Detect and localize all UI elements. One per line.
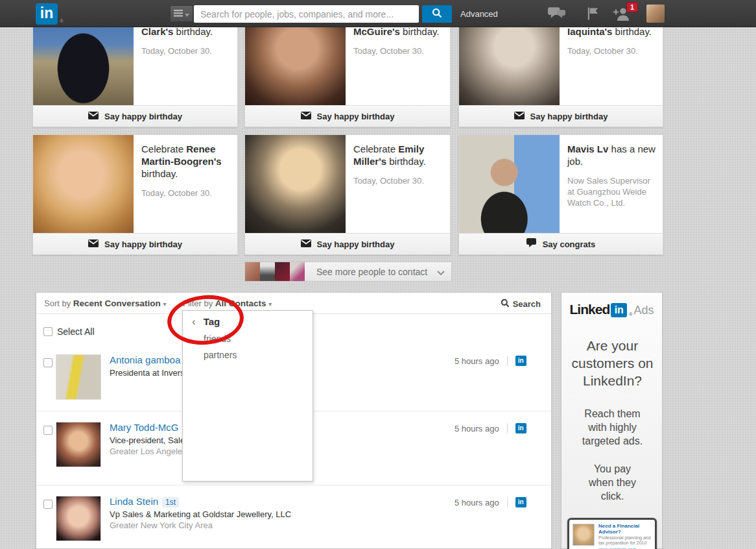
contact-photo[interactable] xyxy=(459,135,560,234)
advanced-search-link[interactable]: Advanced xyxy=(460,9,498,19)
filter-by-dropdown[interactable]: Filter by All Contacts ▾ xyxy=(183,299,272,308)
dropdown-item-partners[interactable]: partners xyxy=(204,350,237,360)
mini-avatar xyxy=(245,262,260,281)
card-message: Celebrate Renee Martin-Boogren's birthda… xyxy=(141,135,232,199)
see-more-people-bar[interactable]: See more people to contact xyxy=(244,262,452,282)
linkedin-ads-logo: Linked in ® Ads xyxy=(561,302,662,317)
search-category-dropdown[interactable] xyxy=(170,5,193,22)
envelope-icon xyxy=(514,110,525,122)
sort-by-dropdown[interactable]: Sort by Recent Conversation ▾ xyxy=(44,299,167,308)
update-card: Mavis Lv has a new job. Now Sales Superv… xyxy=(458,134,663,255)
say-happy-birthday-button[interactable]: Say happy birthday xyxy=(245,105,450,127)
top-navigation-bar: in ® Advanced 1 xyxy=(0,0,756,27)
card-date: Today, October 30. xyxy=(353,45,444,56)
divider xyxy=(507,497,508,507)
chevron-down-icon xyxy=(437,266,445,278)
chevron-left-icon: ‹ xyxy=(192,316,196,327)
linkedin-logo[interactable]: in xyxy=(36,3,58,25)
contact-photo[interactable] xyxy=(245,135,346,234)
advisor-photo xyxy=(573,524,595,546)
mini-avatars xyxy=(245,262,305,281)
registered-mark: ® xyxy=(629,312,632,317)
speech-bubble-icon xyxy=(526,238,537,250)
say-happy-birthday-button[interactable]: Say happy birthday xyxy=(245,233,450,254)
logo-ads-text: Ads xyxy=(633,304,654,317)
logo-linked-text: Linked xyxy=(570,302,610,317)
contact-timestamp: 5 hours ago xyxy=(455,356,499,366)
dropdown-item-friends[interactable]: friends xyxy=(204,334,231,344)
update-card: Celebrate Emily Miller's birthday. Today… xyxy=(244,134,451,255)
ad-body-text: You pay when they click. xyxy=(583,462,642,503)
contact-headline: Vice-president, Sale xyxy=(110,435,185,445)
mini-ad-body: Professional planning and tax preparatio… xyxy=(598,535,654,546)
contact-location: Greater New York City Area xyxy=(110,520,213,530)
envelope-icon xyxy=(88,238,99,250)
card-date: Today, October 30. xyxy=(353,175,444,186)
contact-photo[interactable] xyxy=(33,135,134,234)
contact-checkbox[interactable] xyxy=(43,500,53,509)
contact-name-link[interactable]: Antonia gamboa xyxy=(110,354,180,365)
ad-heading[interactable]: Are your customers on LinkedIn? xyxy=(569,337,656,389)
chevron-down-icon xyxy=(185,8,189,19)
card-message: Mavis Lv has a new job. Now Sales Superv… xyxy=(567,135,658,208)
card-date: Today, October 30. xyxy=(141,45,232,56)
mini-avatar xyxy=(290,262,305,281)
contact-name-link[interactable]: Mary Todd-McG xyxy=(110,422,178,433)
search-icon xyxy=(501,299,510,310)
ad-body-text: Reach them with highly targeted ads. xyxy=(576,407,649,448)
select-all-checkbox[interactable] xyxy=(43,327,53,336)
card-job-detail: Now Sales Supervisor at Guangzhou Weide … xyxy=(567,175,658,208)
mini-avatar xyxy=(275,262,290,281)
contact-checkbox[interactable] xyxy=(43,358,53,367)
contact-headline: Presidenta at Inversi xyxy=(110,368,187,378)
registered-mark: ® xyxy=(60,18,64,24)
contact-checkbox[interactable] xyxy=(43,426,53,435)
linkedin-source-icon[interactable]: in xyxy=(515,356,526,366)
linkedin-source-icon[interactable]: in xyxy=(515,497,526,507)
financial-advisor-ad[interactable]: Need a Financial Advisor? Professional p… xyxy=(567,518,657,549)
tag-filter-dropdown: ‹ Tag friends partners xyxy=(182,310,313,482)
caret-down-icon: ▾ xyxy=(268,300,272,308)
logo-in-box: in xyxy=(611,303,627,317)
say-congrats-button[interactable]: Say congrats xyxy=(459,233,663,254)
profile-avatar[interactable] xyxy=(646,5,665,23)
contacts-search-button[interactable]: Search xyxy=(501,299,541,310)
contact-location: Greater Los Angele xyxy=(110,446,182,456)
row-divider xyxy=(36,485,551,485)
notification-badge: 1 xyxy=(626,2,638,12)
contact-name-link[interactable]: Linda Stein1st xyxy=(110,496,179,507)
contact-headline: Vp Sales & Marketing at Goldstar Jewelle… xyxy=(110,509,291,519)
contact-photo[interactable] xyxy=(56,354,101,400)
contact-row: Linda Stein1st Vp Sales & Marketing at G… xyxy=(36,496,551,549)
search-input[interactable] xyxy=(194,5,419,23)
card-date: Today, October 30. xyxy=(567,45,658,56)
divider xyxy=(507,356,508,366)
card-date: Today, October 30. xyxy=(141,188,232,199)
dropdown-item-tag[interactable]: ‹ Tag xyxy=(192,316,220,327)
contact-photo[interactable] xyxy=(56,496,101,541)
contact-timestamp: 5 hours ago xyxy=(455,424,499,433)
search-icon xyxy=(432,8,442,20)
mini-avatar xyxy=(260,262,275,281)
contact-photo[interactable] xyxy=(56,422,101,467)
envelope-icon xyxy=(301,238,311,250)
flag-icon[interactable] xyxy=(587,7,600,23)
say-happy-birthday-button[interactable]: Say happy birthday xyxy=(459,105,663,127)
linkedin-source-icon[interactable]: in xyxy=(515,423,526,433)
see-more-label: See more people to contact xyxy=(316,267,427,277)
update-card: Celebrate Renee Martin-Boogren's birthda… xyxy=(32,134,238,255)
select-all-control: Select All xyxy=(43,326,95,337)
envelope-icon xyxy=(88,110,99,122)
say-happy-birthday-button[interactable]: Say happy birthday xyxy=(33,233,237,254)
mini-ad-title: Need a Financial Advisor? xyxy=(598,523,654,535)
linkedin-ads-sidebar: Linked in ® Ads Are your customers on Li… xyxy=(561,292,663,549)
degree-badge: 1st xyxy=(162,497,179,507)
contact-timestamp: 5 hours ago xyxy=(455,498,499,507)
card-message: Celebrate Emily Miller's birthday. Today… xyxy=(353,135,444,186)
say-happy-birthday-button[interactable]: Say happy birthday xyxy=(33,105,237,127)
envelope-icon xyxy=(301,110,311,122)
messages-icon[interactable] xyxy=(548,7,565,23)
search-button[interactable] xyxy=(422,5,452,23)
caret-down-icon: ▾ xyxy=(163,300,166,308)
divider xyxy=(507,423,508,433)
